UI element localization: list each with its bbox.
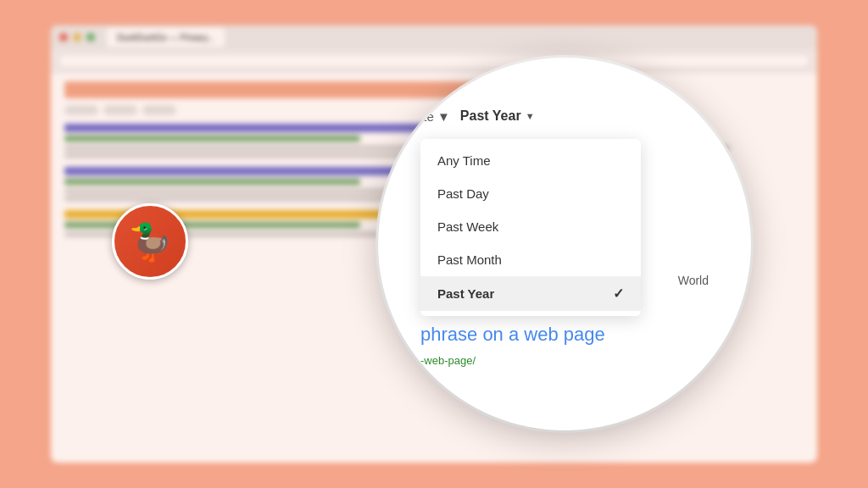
dropdown-option[interactable]: Past Year✓ — [420, 276, 641, 311]
dropdown-option-label: Past Day — [437, 186, 489, 201]
blue-link-text: phrase on a web page — [420, 324, 605, 346]
world-text: World — [678, 274, 709, 287]
minimize-button-dot — [73, 33, 81, 42]
past-year-button[interactable]: Past Year ▼ — [460, 108, 535, 124]
green-url-text: -web-page/ — [420, 354, 476, 367]
dropdown-option[interactable]: Any Time — [420, 144, 641, 177]
dropdown-option-label: Past Year — [437, 286, 494, 301]
dropdown-option-label: Any Time — [437, 153, 491, 168]
time-filter-dropdown: Any TimePast DayPast WeekPast MonthPast … — [420, 139, 641, 316]
maximize-button-dot — [86, 33, 95, 42]
selected-filter-label: Past Year — [460, 108, 521, 124]
result-desc-short — [64, 196, 434, 202]
address-bar — [58, 53, 810, 69]
chevron-down-icon: ▼ — [526, 111, 535, 121]
browser-toolbar — [51, 49, 817, 73]
browser-tab: DuckDuckGo — Privacy... — [107, 28, 225, 47]
filter-chip — [142, 105, 176, 115]
dropdown-option[interactable]: Past Week — [420, 210, 641, 243]
duckduckgo-logo: 🦆 — [112, 203, 188, 280]
tab-label: DuckDuckGo — Privacy... — [117, 33, 214, 42]
result-url — [64, 222, 360, 228]
past-year-header: ite ▼ Past Year ▼ — [395, 108, 734, 124]
filter-chip — [103, 105, 137, 115]
dropdown-option[interactable]: Past Month — [420, 243, 641, 276]
magnifier-circle: ite ▼ Past Year ▼ Any TimePast DayPast W… — [378, 58, 751, 430]
close-button-dot — [59, 33, 68, 42]
checkmark-icon: ✓ — [613, 286, 624, 302]
result-url — [64, 136, 360, 141]
dropdown-option-label: Past Month — [437, 252, 502, 267]
result-url — [64, 179, 360, 185]
filter-chip — [64, 105, 98, 115]
dropdown-option-label: Past Week — [437, 219, 498, 234]
duck-icon: 🦆 — [128, 221, 172, 263]
magnifier-content: ite ▼ Past Year ▼ Any TimePast DayPast W… — [378, 58, 751, 430]
browser-titlebar: DuckDuckGo — Privacy... — [51, 25, 817, 49]
dropdown-option[interactable]: Past Day — [420, 177, 641, 210]
